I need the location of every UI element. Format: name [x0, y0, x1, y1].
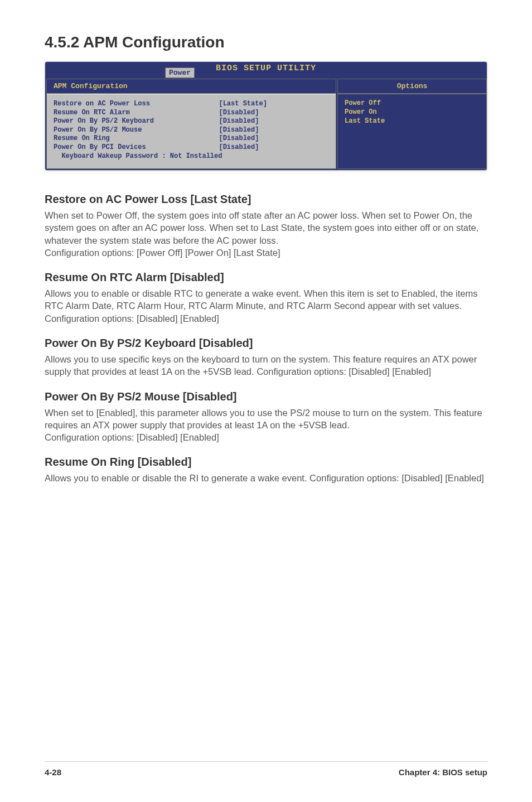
setting-body: Allows you to enable or disable the RI t… — [45, 472, 487, 484]
setting-heading: Resume On RTC Alarm [Disabled] — [45, 271, 487, 284]
bios-row: Restore on AC Power Loss [Last State] — [54, 100, 329, 109]
bios-right-panel: Options Power Off Power On Last State — [337, 79, 487, 169]
setting-body: Allows you to enable or disable RTC to g… — [45, 287, 487, 325]
bios-body: APM Configuration Restore on AC Power Lo… — [45, 78, 487, 170]
bios-row: Resume On RTC Alarm [Disabled] — [54, 109, 329, 118]
bios-row-label: Power On By PS/2 Keyboard — [54, 117, 219, 126]
bios-options-list: Power Off Power On Last State — [338, 94, 486, 158]
setting-heading: Restore on AC Power Loss [Last State] — [45, 193, 487, 206]
bios-row-info: Keyboard Wakeup Password : Not Installed — [54, 152, 329, 161]
chapter-label: Chapter 4: BIOS setup — [399, 767, 487, 777]
setting-heading: Power On By PS/2 Mouse [Disabled] — [45, 390, 487, 403]
page-number: 4-28 — [45, 767, 61, 777]
bios-row-value: [Disabled] — [219, 109, 329, 118]
bios-row-label: Power On By PS/2 Mouse — [54, 126, 219, 135]
bios-header-bar: BIOS SETUP UTILITY Power — [45, 62, 487, 78]
bios-tab-power: Power — [165, 67, 195, 78]
bios-screenshot: BIOS SETUP UTILITY Power APM Configurati… — [45, 61, 487, 171]
bios-row: Resume On Ring [Disabled] — [54, 134, 329, 143]
bios-row-value: [Disabled] — [219, 143, 329, 152]
bios-option-item: Power Off — [345, 99, 480, 108]
setting-body: When set to [Enabled], this parameter al… — [45, 407, 487, 444]
bios-option-item: Last State — [345, 117, 480, 125]
setting-heading: Power On By PS/2 Keyboard [Disabled] — [45, 337, 487, 350]
bios-panel-header: APM Configuration — [47, 79, 336, 94]
bios-row-label: Resume On Ring — [54, 134, 219, 143]
bios-row-value: [Disabled] — [219, 126, 329, 135]
bios-utility-title: BIOS SETUP UTILITY — [216, 64, 316, 73]
section-title: 4.5.2 APM Configuration — [45, 33, 487, 51]
setting-body: Allows you to use specific keys on the k… — [45, 353, 487, 378]
bios-row-value: [Disabled] — [219, 117, 329, 126]
bios-row: Power On By PS/2 Keyboard [Disabled] — [54, 117, 329, 126]
bios-settings-list: Restore on AC Power Loss [Last State] Re… — [47, 94, 336, 168]
bios-row-value: [Disabled] — [219, 134, 329, 143]
page-footer: 4-28 Chapter 4: BIOS setup — [45, 761, 487, 777]
bios-option-item: Power On — [345, 108, 480, 117]
bios-options-header: Options — [338, 79, 486, 94]
bios-row-label: Restore on AC Power Loss — [54, 100, 219, 109]
setting-heading: Resume On Ring [Disabled] — [45, 456, 487, 468]
bios-row: Power On By PCI Devices [Disabled] — [54, 143, 329, 152]
bios-row-value: [Last State] — [219, 100, 329, 109]
bios-row-label: Power On By PCI Devices — [54, 143, 219, 152]
setting-body: When set to Power Off, the system goes i… — [45, 209, 487, 259]
bios-row-label: Resume On RTC Alarm — [54, 109, 219, 118]
bios-row: Power On By PS/2 Mouse [Disabled] — [54, 126, 329, 135]
bios-left-panel: APM Configuration Restore on AC Power Lo… — [46, 79, 336, 169]
